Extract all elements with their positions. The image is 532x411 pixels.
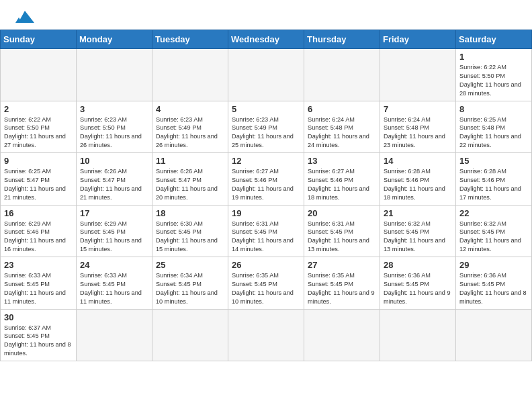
calendar-cell: 8Sunrise: 6:25 AM Sunset: 5:48 PM Daylig… <box>456 101 532 153</box>
cell-content: Sunrise: 6:28 AM Sunset: 5:46 PM Dayligh… <box>459 167 528 202</box>
cell-content: Sunrise: 6:22 AM Sunset: 5:50 PM Dayligh… <box>4 116 73 150</box>
cell-content: Sunrise: 6:29 AM Sunset: 5:45 PM Dayligh… <box>80 220 148 255</box>
calendar-cell <box>152 49 228 101</box>
day-number: 27 <box>308 260 376 270</box>
calendar-cell: 14Sunrise: 6:28 AM Sunset: 5:46 PM Dayli… <box>380 153 456 205</box>
cell-content: Sunrise: 6:30 AM Sunset: 5:45 PM Dayligh… <box>156 220 224 255</box>
calendar-cell: 27Sunrise: 6:35 AM Sunset: 5:45 PM Dayli… <box>304 257 380 310</box>
page-header <box>0 0 532 30</box>
cell-content: Sunrise: 6:23 AM Sunset: 5:49 PM Dayligh… <box>156 116 224 150</box>
day-number: 11 <box>156 156 224 166</box>
day-header-monday: Monday <box>77 30 152 49</box>
calendar-header-row: SundayMondayTuesdayWednesdayThursdayFrid… <box>1 30 532 49</box>
cell-content: Sunrise: 6:31 AM Sunset: 5:45 PM Dayligh… <box>232 220 300 255</box>
calendar-cell: 30Sunrise: 6:37 AM Sunset: 5:45 PM Dayli… <box>1 309 77 361</box>
cell-content: Sunrise: 6:25 AM Sunset: 5:48 PM Dayligh… <box>459 116 528 150</box>
day-header-sunday: Sunday <box>1 30 77 49</box>
calendar-cell: 15Sunrise: 6:28 AM Sunset: 5:46 PM Dayli… <box>456 153 532 205</box>
cell-content: Sunrise: 6:25 AM Sunset: 5:47 PM Dayligh… <box>4 167 73 202</box>
calendar-week-3: 9Sunrise: 6:25 AM Sunset: 5:47 PM Daylig… <box>1 153 532 205</box>
calendar-cell: 1Sunrise: 6:22 AM Sunset: 5:50 PM Daylig… <box>456 49 532 101</box>
calendar-cell <box>380 309 456 361</box>
calendar-cell: 22Sunrise: 6:32 AM Sunset: 5:45 PM Dayli… <box>456 205 532 257</box>
cell-content: Sunrise: 6:35 AM Sunset: 5:45 PM Dayligh… <box>308 271 376 306</box>
day-number: 7 <box>384 104 452 114</box>
logo <box>13 11 34 24</box>
calendar-cell: 23Sunrise: 6:33 AM Sunset: 5:45 PM Dayli… <box>1 257 77 310</box>
cell-content: Sunrise: 6:23 AM Sunset: 5:49 PM Dayligh… <box>232 116 300 150</box>
calendar-cell: 29Sunrise: 6:36 AM Sunset: 5:45 PM Dayli… <box>456 257 532 310</box>
day-number: 12 <box>232 156 300 166</box>
day-number: 30 <box>4 312 73 322</box>
calendar-cell: 11Sunrise: 6:26 AM Sunset: 5:47 PM Dayli… <box>152 153 228 205</box>
cell-content: Sunrise: 6:31 AM Sunset: 5:45 PM Dayligh… <box>308 220 376 255</box>
cell-content: Sunrise: 6:29 AM Sunset: 5:46 PM Dayligh… <box>4 220 73 255</box>
calendar-cell: 26Sunrise: 6:35 AM Sunset: 5:45 PM Dayli… <box>228 257 304 310</box>
day-number: 6 <box>308 104 376 114</box>
cell-content: Sunrise: 6:35 AM Sunset: 5:45 PM Dayligh… <box>232 271 300 306</box>
calendar-cell <box>304 309 380 361</box>
day-number: 5 <box>232 104 300 114</box>
day-number: 28 <box>384 260 452 270</box>
day-number: 16 <box>4 208 73 218</box>
day-number: 29 <box>459 260 528 270</box>
day-number: 18 <box>156 208 224 218</box>
calendar-cell: 25Sunrise: 6:34 AM Sunset: 5:45 PM Dayli… <box>152 257 228 310</box>
day-number: 21 <box>384 208 452 218</box>
calendar-cell: 4Sunrise: 6:23 AM Sunset: 5:49 PM Daylig… <box>152 101 228 153</box>
calendar-cell: 17Sunrise: 6:29 AM Sunset: 5:45 PM Dayli… <box>77 205 152 257</box>
calendar-cell: 16Sunrise: 6:29 AM Sunset: 5:46 PM Dayli… <box>1 205 77 257</box>
calendar-cell: 19Sunrise: 6:31 AM Sunset: 5:45 PM Dayli… <box>228 205 304 257</box>
calendar-week-2: 2Sunrise: 6:22 AM Sunset: 5:50 PM Daylig… <box>1 101 532 153</box>
calendar-cell <box>228 49 304 101</box>
calendar-cell: 21Sunrise: 6:32 AM Sunset: 5:45 PM Dayli… <box>380 205 456 257</box>
day-number: 17 <box>80 208 148 218</box>
day-header-friday: Friday <box>380 30 456 49</box>
day-number: 20 <box>308 208 376 218</box>
calendar-table: SundayMondayTuesdayWednesdayThursdayFrid… <box>0 30 532 361</box>
cell-content: Sunrise: 6:27 AM Sunset: 5:46 PM Dayligh… <box>308 167 376 202</box>
day-number: 10 <box>80 156 148 166</box>
calendar-cell <box>77 309 152 361</box>
calendar-cell <box>228 309 304 361</box>
calendar-cell: 9Sunrise: 6:25 AM Sunset: 5:47 PM Daylig… <box>1 153 77 205</box>
day-number: 3 <box>80 104 148 114</box>
calendar-cell: 7Sunrise: 6:24 AM Sunset: 5:48 PM Daylig… <box>380 101 456 153</box>
calendar-cell: 10Sunrise: 6:26 AM Sunset: 5:47 PM Dayli… <box>77 153 152 205</box>
cell-content: Sunrise: 6:37 AM Sunset: 5:45 PM Dayligh… <box>4 324 73 359</box>
day-number: 4 <box>156 104 224 114</box>
calendar-cell <box>304 49 380 101</box>
cell-content: Sunrise: 6:34 AM Sunset: 5:45 PM Dayligh… <box>156 271 224 306</box>
calendar-cell: 18Sunrise: 6:30 AM Sunset: 5:45 PM Dayli… <box>152 205 228 257</box>
day-number: 1 <box>459 52 528 62</box>
logo-icon <box>15 9 34 24</box>
calendar-cell: 20Sunrise: 6:31 AM Sunset: 5:45 PM Dayli… <box>304 205 380 257</box>
calendar-week-6: 30Sunrise: 6:37 AM Sunset: 5:45 PM Dayli… <box>1 309 532 361</box>
calendar-week-1: 1Sunrise: 6:22 AM Sunset: 5:50 PM Daylig… <box>1 49 532 101</box>
day-number: 25 <box>156 260 224 270</box>
cell-content: Sunrise: 6:26 AM Sunset: 5:47 PM Dayligh… <box>156 167 224 202</box>
day-header-thursday: Thursday <box>304 30 380 49</box>
calendar-cell: 28Sunrise: 6:36 AM Sunset: 5:45 PM Dayli… <box>380 257 456 310</box>
day-header-tuesday: Tuesday <box>152 30 228 49</box>
day-number: 24 <box>80 260 148 270</box>
day-number: 13 <box>308 156 376 166</box>
day-header-saturday: Saturday <box>456 30 532 49</box>
cell-content: Sunrise: 6:32 AM Sunset: 5:45 PM Dayligh… <box>459 220 528 255</box>
calendar-cell: 12Sunrise: 6:27 AM Sunset: 5:46 PM Dayli… <box>228 153 304 205</box>
day-number: 19 <box>232 208 300 218</box>
calendar-cell <box>380 49 456 101</box>
day-number: 2 <box>4 104 73 114</box>
cell-content: Sunrise: 6:36 AM Sunset: 5:45 PM Dayligh… <box>384 271 452 306</box>
calendar-cell <box>77 49 152 101</box>
calendar-cell <box>1 49 77 101</box>
day-header-wednesday: Wednesday <box>228 30 304 49</box>
cell-content: Sunrise: 6:33 AM Sunset: 5:45 PM Dayligh… <box>80 271 148 306</box>
calendar-cell: 3Sunrise: 6:23 AM Sunset: 5:50 PM Daylig… <box>77 101 152 153</box>
cell-content: Sunrise: 6:32 AM Sunset: 5:45 PM Dayligh… <box>384 220 452 255</box>
calendar-cell: 24Sunrise: 6:33 AM Sunset: 5:45 PM Dayli… <box>77 257 152 310</box>
calendar-cell: 13Sunrise: 6:27 AM Sunset: 5:46 PM Dayli… <box>304 153 380 205</box>
day-number: 9 <box>4 156 73 166</box>
calendar-week-4: 16Sunrise: 6:29 AM Sunset: 5:46 PM Dayli… <box>1 205 532 257</box>
calendar-cell: 5Sunrise: 6:23 AM Sunset: 5:49 PM Daylig… <box>228 101 304 153</box>
